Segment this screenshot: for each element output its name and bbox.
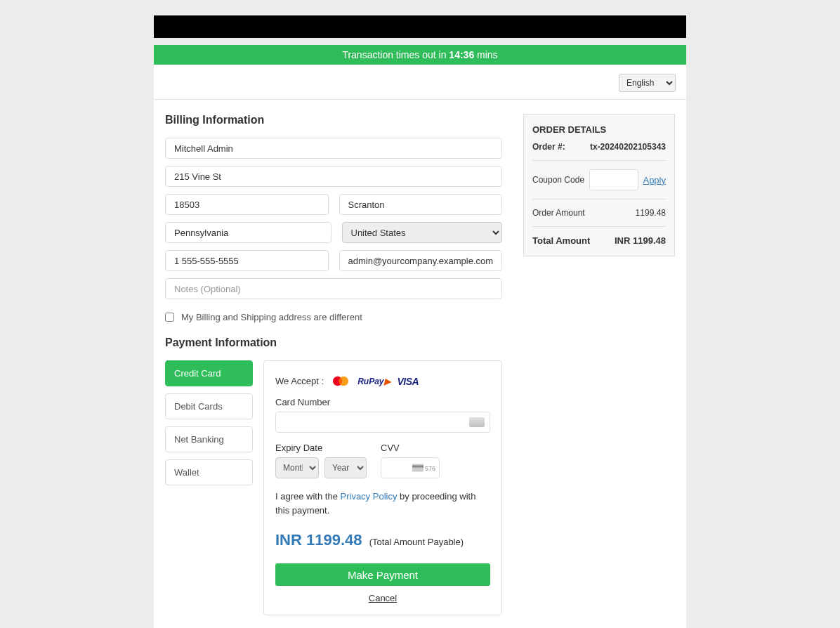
- order-amount-value: 1199.48: [636, 208, 666, 218]
- cvv-icon: 576: [412, 464, 435, 472]
- city-field[interactable]: [339, 194, 503, 215]
- order-details-title: ORDER DETAILS: [532, 124, 666, 135]
- language-select[interactable]: English: [619, 74, 676, 92]
- order-number-value: tx-20240202105343: [590, 142, 666, 152]
- timeout-value: 14:36: [449, 49, 474, 60]
- expiry-month-select[interactable]: Month: [275, 457, 319, 478]
- card-number-label: Card Number: [275, 397, 490, 407]
- method-debit-cards[interactable]: Debit Cards: [165, 393, 253, 419]
- timeout-banner: Transaction times out in 14:36 mins: [154, 45, 686, 65]
- visa-icon: VISA: [398, 376, 419, 387]
- we-accept-label: We Accept :: [275, 376, 324, 386]
- expiry-year-select[interactable]: Year: [324, 457, 367, 478]
- privacy-policy-link[interactable]: Privacy Policy: [341, 491, 398, 502]
- card-number-input[interactable]: [275, 412, 490, 433]
- name-field[interactable]: [165, 138, 502, 159]
- different-address-label: My Billing and Shipping address are diff…: [181, 312, 362, 322]
- method-net-banking[interactable]: Net Banking: [165, 426, 253, 452]
- order-amount-label: Order Amount: [532, 208, 585, 218]
- cvv-label: CVV: [381, 443, 440, 453]
- timeout-prefix: Transaction times out in: [342, 49, 449, 60]
- billing-title: Billing Information: [165, 114, 502, 126]
- mastercard-icon: [331, 375, 350, 387]
- country-select[interactable]: United States: [342, 222, 503, 243]
- expiry-label: Expiry Date: [275, 443, 367, 453]
- coupon-input[interactable]: [589, 169, 638, 190]
- cancel-link[interactable]: Cancel: [275, 593, 490, 603]
- coupon-label: Coupon Code: [532, 175, 584, 185]
- method-wallet[interactable]: Wallet: [165, 459, 253, 485]
- card-icon: [469, 417, 485, 427]
- state-field[interactable]: [165, 222, 332, 243]
- zip-field[interactable]: [165, 194, 329, 215]
- method-credit-card[interactable]: Credit Card: [165, 360, 253, 386]
- total-amount-label: Total Amount: [532, 235, 590, 246]
- payment-method-list: Credit Card Debit Cards Net Banking Wall…: [165, 360, 253, 615]
- apply-coupon-button[interactable]: Apply: [643, 175, 666, 185]
- email-field[interactable]: [339, 250, 503, 271]
- phone-field[interactable]: [165, 250, 329, 271]
- order-number-label: Order #:: [532, 142, 565, 152]
- order-details-box: ORDER DETAILS Order #: tx-20240202105343…: [523, 114, 675, 256]
- payment-panel: We Accept : RuPay▶ VISA Card Number: [263, 360, 502, 615]
- total-amount-value: INR 1199.48: [615, 235, 666, 246]
- header-bar: [154, 15, 686, 38]
- notes-field[interactable]: [165, 278, 502, 299]
- make-payment-button[interactable]: Make Payment: [275, 563, 490, 586]
- timeout-suffix: mins: [474, 49, 497, 60]
- payment-title: Payment Information: [165, 336, 502, 349]
- payable-amount: INR 1199.48 (Total Amount Payable): [275, 531, 490, 549]
- different-address-checkbox[interactable]: [165, 313, 174, 322]
- rupay-icon: RuPay▶: [357, 377, 390, 386]
- address-field[interactable]: [165, 166, 502, 187]
- agree-text: I agree with the Privacy Policy by proce…: [275, 490, 490, 517]
